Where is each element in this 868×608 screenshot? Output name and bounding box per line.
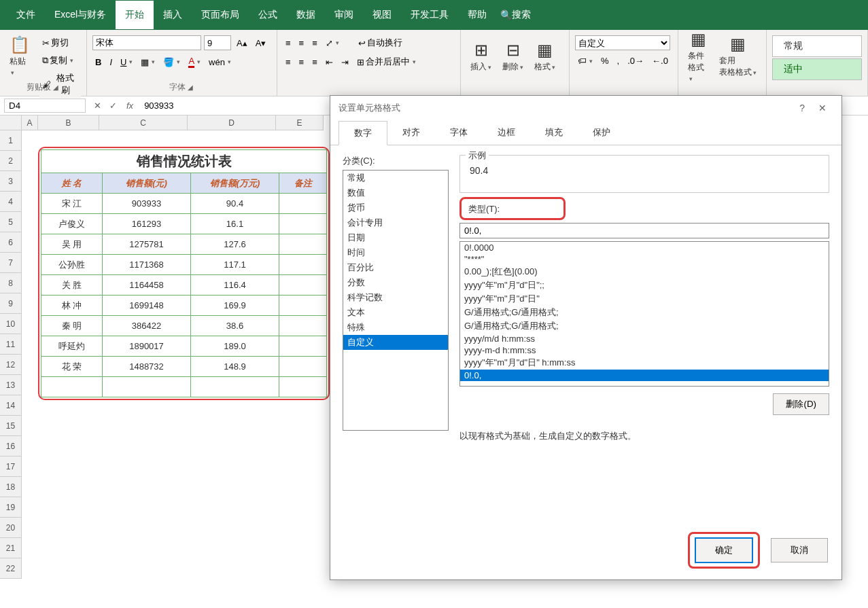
format-item[interactable]: 0!.0000 [460,242,829,253]
row-header-21[interactable]: 21 [0,538,21,558]
table-cell[interactable]: 吴 用 [41,234,103,255]
comma-button[interactable]: , [614,54,623,67]
select-all-corner[interactable] [0,115,22,130]
row-header-22[interactable]: 22 [0,558,21,579]
help-icon[interactable]: ? [793,99,812,118]
table-cell[interactable]: 1890017 [103,336,191,357]
close-icon[interactable]: ✕ [812,99,833,118]
table-cell[interactable] [279,377,327,397]
font-name-input[interactable] [92,35,201,50]
tab-formulas[interactable]: 公式 [249,1,287,29]
row-header-17[interactable]: 17 [0,457,21,477]
italic-button[interactable]: I [107,56,115,69]
format-item[interactable]: yyyy/m/d h:mm:ss [460,333,829,344]
format-item[interactable]: yyyy"年"m"月"d"日";; [460,279,829,292]
table-cell[interactable] [41,377,103,397]
table-cell[interactable]: 38.6 [191,316,279,336]
row-header-1[interactable]: 1 [0,130,21,151]
table-cell[interactable] [279,194,327,214]
delete-format-button[interactable]: 删除(D) [773,393,829,415]
dialog-tab-font[interactable]: 字体 [435,121,483,145]
category-item[interactable]: 常规 [343,171,448,185]
table-cell[interactable]: 903933 [103,194,191,214]
table-header[interactable]: 销售额(万元) [191,173,279,194]
category-item[interactable]: 数值 [343,185,448,200]
table-cell[interactable]: 1171368 [103,255,191,275]
clipboard-expand-icon[interactable]: ◢ [53,84,60,91]
tab-page-layout[interactable]: 页面布局 [192,1,249,29]
tab-insert[interactable]: 插入 [154,1,192,29]
currency-button[interactable]: 🏷 [575,54,595,67]
delete-cells-button[interactable]: ⊟删除 [498,38,527,75]
merge-center-button[interactable]: ⊞合并后居中 [354,54,419,69]
enter-formula-icon[interactable]: ✓ [105,101,121,111]
font-size-input[interactable] [204,35,231,50]
table-cell[interactable]: 卢俊义 [41,214,103,234]
col-header-C[interactable]: C [99,115,188,130]
row-header-16[interactable]: 16 [0,436,21,457]
row-header-7[interactable]: 7 [0,253,21,273]
phonetic-button[interactable]: wén [206,56,234,69]
decrease-indent-button[interactable]: ⇤ [323,56,336,69]
table-header[interactable]: 销售额(元) [103,173,191,194]
col-header-A[interactable]: A [22,115,38,130]
table-cell[interactable] [279,357,327,377]
align-middle-button[interactable]: ≡ [296,37,307,50]
table-cell[interactable]: 关 胜 [41,275,103,296]
table-cell[interactable]: 116.4 [191,275,279,296]
row-header-5[interactable]: 5 [0,212,21,232]
stats-table[interactable]: 销售情况统计表姓 名销售额(元)销售额(万元)备注宋 江90393390.4卢俊… [41,149,327,397]
format-item[interactable]: yyyy"年"m"月"d"日" h:mm:ss [460,356,829,370]
format-code-list[interactable]: 0!.0000"****"0.00_);[红色](0.00)yyyy"年"m"月… [459,241,829,387]
cell-style-normal[interactable]: 常规 [772,35,862,57]
tab-review[interactable]: 审阅 [325,1,363,29]
table-cell[interactable]: 127.6 [191,234,279,255]
table-cell[interactable]: 16.1 [191,214,279,234]
table-cell[interactable]: 169.9 [191,296,279,316]
insert-cells-button[interactable]: ⊞插入 [466,38,496,75]
dialog-tab-number[interactable]: 数字 [338,121,387,145]
table-cell[interactable]: 386422 [103,316,191,336]
search-icon[interactable]: 🔍 [500,10,512,20]
table-cell[interactable]: 公孙胜 [41,255,103,275]
format-item[interactable]: 0.00_);[红色](0.00) [460,265,829,279]
number-format-select[interactable]: 自定义 [575,35,670,50]
percent-button[interactable]: % [598,54,612,67]
row-header-20[interactable]: 20 [0,518,21,538]
cut-button[interactable]: ✂剪切 [39,35,81,50]
category-item[interactable]: 科学记数 [343,290,448,305]
tab-data[interactable]: 数据 [287,1,325,29]
col-header-E[interactable]: E [276,115,324,130]
format-item[interactable]: yyyy-m-d h:mm:ss [460,344,829,356]
type-input[interactable] [459,223,829,238]
table-cell[interactable]: 90.4 [191,194,279,214]
cancel-button[interactable]: 取消 [771,538,828,562]
align-left-button[interactable]: ≡ [283,56,294,69]
tab-home[interactable]: 开始 [116,1,154,29]
tab-excel-finance[interactable]: Excel与财务 [45,1,116,29]
format-item[interactable]: "****" [460,253,829,265]
row-header-10[interactable]: 10 [0,314,21,334]
increase-indent-button[interactable]: ⇥ [338,56,351,69]
col-header-B[interactable]: B [38,115,99,130]
table-cell[interactable]: 秦 明 [41,316,103,336]
font-color-button[interactable]: A [186,54,203,69]
tab-help[interactable]: 帮助 [458,1,496,29]
table-cell[interactable] [103,377,191,397]
tab-developer[interactable]: 开发工具 [401,1,458,29]
align-center-button[interactable]: ≡ [296,56,307,69]
category-item[interactable]: 日期 [343,230,448,245]
table-cell[interactable]: 花 荣 [41,357,103,377]
format-item[interactable]: G/通用格式;G/通用格式; [460,319,829,333]
row-header-13[interactable]: 13 [0,375,21,395]
table-cell[interactable] [279,336,327,357]
dialog-tab-fill[interactable]: 填充 [530,121,578,145]
increase-decimal-button[interactable]: .0→ [625,54,646,67]
table-cell[interactable]: 林 冲 [41,296,103,316]
table-cell[interactable] [279,296,327,316]
col-header-D[interactable]: D [188,115,276,130]
increase-font-button[interactable]: A▴ [234,37,250,50]
format-item[interactable]: 0!.0, [460,370,829,381]
search-label[interactable]: 搜索 [512,9,531,21]
dialog-tab-alignment[interactable]: 对齐 [387,121,435,145]
